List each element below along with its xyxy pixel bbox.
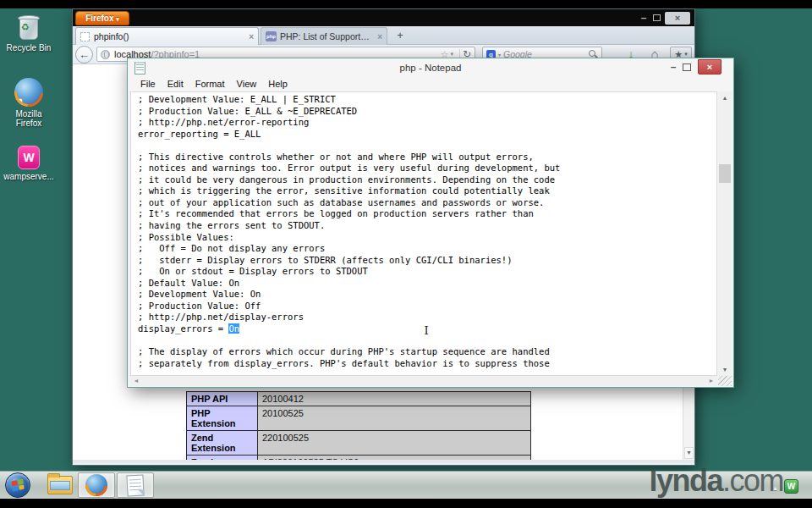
table-row: Zend Extension Build API220100525,TS,VC9 [187, 456, 531, 461]
chevron-down-icon: ▾ [684, 51, 688, 58]
notepad-line: ; http://php.net/error-reporting [138, 117, 716, 129]
chevron-down-icon[interactable]: ▾ [450, 51, 453, 58]
scroll-right-icon[interactable]: ► [705, 376, 717, 386]
firefox-logo-icon: ↗ [14, 78, 43, 107]
notepad-line: ; Production Value: Off [138, 301, 716, 312]
notepad-titlebar[interactable]: php - Notepad – × [128, 58, 733, 78]
notepad-line [138, 140, 716, 152]
close-button[interactable]: × [665, 12, 690, 25]
letterbox-bottom [0, 499, 812, 508]
tab-close-icon[interactable]: × [249, 32, 254, 41]
menu-help[interactable]: Help [262, 78, 294, 91]
resize-grip[interactable] [718, 376, 732, 386]
new-tab-button[interactable]: + [391, 29, 409, 43]
notepad-window: php - Notepad – × File Edit Format View … [127, 58, 734, 388]
table-row: Zend Extension 220100525 [187, 431, 531, 456]
windows-logo-icon [5, 472, 30, 498]
window-title: php - Notepad [400, 63, 462, 73]
notepad-line: ; It's recommended that errors be logged… [138, 208, 716, 220]
notepad-line: error_reporting = E_ALL [138, 129, 716, 141]
taskbar-firefox-button[interactable] [78, 472, 115, 498]
notepad-line: ; stderr = Display errors to STDERR (aff… [138, 255, 716, 267]
menu-view[interactable]: View [231, 78, 263, 91]
notepad-line: ; having the errors sent to STDOUT. [138, 220, 716, 232]
maximize-button[interactable] [683, 64, 691, 71]
tab-close-icon[interactable]: × [377, 32, 382, 41]
taskbar-explorer-button[interactable] [44, 472, 76, 498]
scroll-up-icon[interactable]: ▲ [718, 91, 732, 104]
start-button[interactable] [3, 472, 32, 498]
blank-favicon-icon [80, 32, 90, 41]
back-button[interactable]: ← [75, 46, 93, 64]
notepad-menubar: File Edit Format View Help [128, 78, 733, 91]
php-favicon-icon: php [266, 31, 277, 41]
scroll-down-icon[interactable]: ▼ [718, 363, 732, 376]
close-button[interactable]: × [698, 59, 721, 75]
phpinfo-table: PHP API 20100412 PHP Extension 20100525 … [186, 391, 531, 460]
tab-bar: phpinfo() × php PHP: List of Supported T… [73, 26, 694, 45]
minimize-button[interactable]: – [636, 12, 651, 24]
tab-phpinfo[interactable]: phpinfo() × [75, 27, 259, 45]
folder-icon [47, 476, 73, 494]
scrollbar-thumb[interactable] [719, 164, 731, 183]
tab-php-timezones[interactable]: php PHP: List of Supported Timezones - .… [261, 27, 387, 45]
text-cursor: I [422, 324, 431, 337]
selected-text: On [228, 323, 239, 334]
window-frame [73, 460, 694, 463]
menu-edit[interactable]: Edit [162, 78, 189, 91]
scroll-down-icon[interactable]: ▼ [684, 447, 694, 459]
notepad-line: ; The display of errors which occur duri… [138, 346, 716, 358]
shortcut-arrow-icon: ↗ [14, 98, 23, 107]
notepad-app-icon [134, 62, 145, 75]
desktop-icon-wampserver[interactable]: W wampserve... [2, 146, 56, 181]
notepad-line: ; This directive controls whether or not… [138, 152, 716, 163]
notepad-line: ; out of your application such as databa… [138, 197, 716, 209]
notepad-line: ; Possible Values: [138, 232, 716, 244]
tray-wampserver-icon[interactable]: W [784, 479, 798, 494]
taskbar-notepad-button[interactable] [117, 472, 154, 498]
notepad-line: ; notices and warnings too. Error output… [138, 163, 716, 174]
desktop-icon-firefox[interactable]: ↗ Mozilla Firefox [2, 78, 56, 128]
firefox-logo-icon [85, 474, 107, 496]
table-row: PHP Extension 20100525 [187, 406, 531, 431]
notepad-line: ; which is triggering the error, sensiti… [138, 185, 716, 197]
notepad-line: ; separately from display_errors. PHP's … [138, 358, 716, 370]
desktop-icon-label: Mozilla Firefox [2, 109, 56, 128]
letterbox-top [0, 0, 812, 8]
desktop-icon-recycle-bin[interactable]: ♻ Recycle Bin [2, 14, 56, 52]
firefox-app-menu-button[interactable]: Firefox ▾ [75, 11, 129, 25]
wampserver-logo-icon: W [18, 146, 40, 169]
table-row: PHP API 20100412 [187, 392, 531, 406]
notepad-line: ; Off = Do not display any errors [138, 243, 716, 255]
notepad-line: ; Development Value: E_ALL | E_STRICT [138, 94, 716, 106]
recycle-bin-icon: ♻ [18, 14, 40, 41]
minimize-button[interactable]: – [666, 63, 681, 71]
maximize-button[interactable] [653, 14, 661, 21]
scroll-left-icon[interactable]: ◄ [130, 376, 142, 386]
notepad-line: ; Default Value: On [138, 278, 716, 290]
globe-icon [101, 50, 110, 59]
menu-file[interactable]: File [134, 78, 162, 91]
notepad-line: ; Development Value: On [138, 289, 716, 301]
desktop-icon-label: Recycle Bin [2, 43, 56, 52]
notepad-line: ; http://php.net/display-errors [138, 312, 716, 323]
firefox-titlebar: Firefox ▾ – × [73, 9, 694, 26]
recycle-symbol-icon: ♻ [21, 23, 30, 32]
notepad-vertical-scrollbar[interactable]: ▲ ▼ [718, 91, 732, 376]
notepad-line: ; Production Value: E_ALL & ~E_DEPRECATE… [138, 106, 716, 118]
notepad-line: ; On or stdout = Display errors to STDOU… [138, 266, 716, 278]
notepad-line: ; it could be very dangerous in producti… [138, 174, 716, 186]
notepad-icon [126, 474, 144, 496]
menu-format[interactable]: Format [189, 78, 231, 91]
desktop: ♻ Recycle Bin ↗ Mozilla Firefox W wampse… [0, 0, 812, 508]
lynda-watermark: lynda.com [649, 465, 783, 497]
desktop-icon-label: wampserve... [2, 172, 56, 181]
chevron-down-icon: ▾ [116, 16, 119, 22]
chevron-down-icon[interactable]: ▾ [498, 52, 501, 58]
notepad-horizontal-scrollbar[interactable]: ◄ ► [130, 376, 717, 386]
